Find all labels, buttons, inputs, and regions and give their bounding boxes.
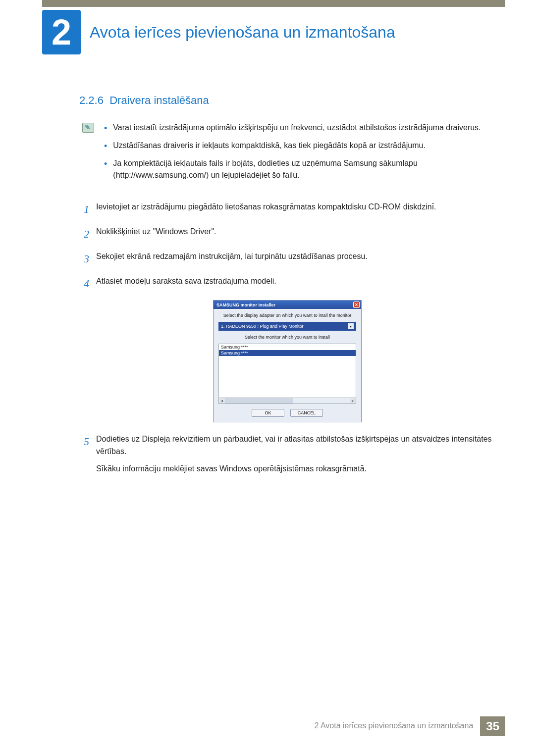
scroll-right-icon[interactable]: ▸ bbox=[350, 398, 356, 403]
scroll-left-icon[interactable]: ◂ bbox=[219, 398, 225, 403]
note-text: Uzstādīšanas draiveris ir iekļauts kompa… bbox=[113, 140, 426, 151]
dialog-button-row: OK CANCEL bbox=[218, 409, 356, 417]
step-number: 5 bbox=[79, 433, 89, 475]
installer-dialog: SAMSUNG monitor installer × Select the d… bbox=[213, 300, 362, 422]
dialog-screenshot: SAMSUNG monitor installer × Select the d… bbox=[79, 300, 495, 422]
section-title: Draivera instalēšana bbox=[109, 94, 209, 106]
scroll-track[interactable] bbox=[293, 398, 350, 403]
dialog-label-adapter: Select the display adapter on which you … bbox=[218, 313, 356, 318]
note-block: • Varat iestatīt izstrādājuma optimālo i… bbox=[82, 122, 495, 187]
adapter-value: 1. RADEON 9550 : Plug and Play Monitor bbox=[221, 324, 304, 329]
chapter-title: Avota ierīces pievienošana un izmantošan… bbox=[90, 23, 395, 42]
note-item: • Varat iestatīt izstrādājuma optimālo i… bbox=[104, 122, 495, 134]
dialog-title: SAMSUNG monitor installer bbox=[216, 302, 275, 307]
step-extra-text: Sīkāku informāciju meklējiet savas Windo… bbox=[96, 463, 495, 475]
step-number: 2 bbox=[79, 226, 89, 243]
chapter-number-badge: 2 bbox=[42, 10, 81, 54]
step: 4 Atlasiet modeļu sarakstā sava izstrādā… bbox=[79, 275, 495, 292]
monitor-listbox[interactable]: Samsung **** Samsung **** bbox=[218, 344, 356, 398]
note-text: Ja komplektācijā iekļautais fails ir boj… bbox=[113, 157, 495, 181]
bullet-icon: • bbox=[104, 124, 107, 134]
step: 2 Noklikšķiniet uz "Windows Driver". bbox=[79, 226, 495, 243]
step-main-text: Dodieties uz Displeja rekvizītiem un pār… bbox=[96, 435, 492, 455]
note-icon bbox=[82, 123, 94, 133]
step-text: Ievietojiet ar izstrādājumu piegādāto li… bbox=[96, 201, 495, 218]
step-number: 3 bbox=[79, 251, 89, 267]
step-text: Sekojiet ekrānā redzamajām instrukcijām,… bbox=[96, 251, 495, 267]
step-number: 1 bbox=[79, 201, 89, 218]
note-item: • Ja komplektācijā iekļautais fails ir b… bbox=[104, 157, 495, 181]
step-text: Noklikšķiniet uz "Windows Driver". bbox=[96, 226, 495, 243]
step: 5 Dodieties uz Displeja rekvizītiem un p… bbox=[79, 433, 495, 475]
ordered-steps: 1 Ievietojiet ar izstrādājumu piegādāto … bbox=[79, 201, 495, 475]
top-accent-bar bbox=[42, 0, 505, 7]
footer-chapter-ref: 2 Avota ierīces pievienošana un izmantoš… bbox=[307, 716, 480, 736]
bullet-icon: • bbox=[104, 159, 107, 181]
scroll-thumb[interactable] bbox=[225, 398, 293, 403]
step: 1 Ievietojiet ar izstrādājumu piegādāto … bbox=[79, 201, 495, 218]
adapter-combobox[interactable]: 1. RADEON 9550 : Plug and Play Monitor ▾ bbox=[218, 322, 356, 331]
bullet-icon: • bbox=[104, 142, 107, 151]
page-content: 2.2.6 Draivera instalēšana • Varat iesta… bbox=[79, 94, 495, 483]
chevron-down-icon[interactable]: ▾ bbox=[348, 323, 354, 329]
dialog-label-monitor: Select the monitor which you want to ins… bbox=[218, 335, 356, 340]
dialog-titlebar: SAMSUNG monitor installer × bbox=[214, 301, 361, 309]
dialog-body: Select the display adapter on which you … bbox=[214, 309, 361, 422]
list-item[interactable]: Samsung **** bbox=[219, 344, 356, 350]
note-text: Varat iestatīt izstrādājuma optimālo izš… bbox=[113, 122, 481, 134]
step-text: Dodieties uz Displeja rekvizītiem un pār… bbox=[96, 433, 495, 475]
section-heading: 2.2.6 Draivera instalēšana bbox=[79, 94, 495, 107]
step: 3 Sekojiet ekrānā redzamajām instrukcijā… bbox=[79, 251, 495, 267]
chapter-header: 2 Avota ierīces pievienošana un izmantoš… bbox=[42, 10, 505, 54]
step-text: Atlasiet modeļu sarakstā sava izstrādāju… bbox=[96, 275, 495, 292]
ok-button[interactable]: OK bbox=[252, 409, 284, 417]
list-item[interactable]: Samsung **** bbox=[219, 350, 356, 356]
note-bullets: • Varat iestatīt izstrādājuma optimālo i… bbox=[104, 122, 495, 187]
horizontal-scrollbar[interactable]: ◂ ▸ bbox=[218, 398, 356, 404]
cancel-button[interactable]: CANCEL bbox=[290, 409, 323, 417]
close-icon[interactable]: × bbox=[353, 302, 360, 308]
step-number: 4 bbox=[79, 275, 89, 292]
section-number: 2.2.6 bbox=[79, 94, 104, 106]
note-item: • Uzstādīšanas draiveris ir iekļauts kom… bbox=[104, 140, 495, 151]
page-number: 35 bbox=[480, 716, 505, 736]
page-footer: 2 Avota ierīces pievienošana un izmantoš… bbox=[307, 716, 505, 736]
